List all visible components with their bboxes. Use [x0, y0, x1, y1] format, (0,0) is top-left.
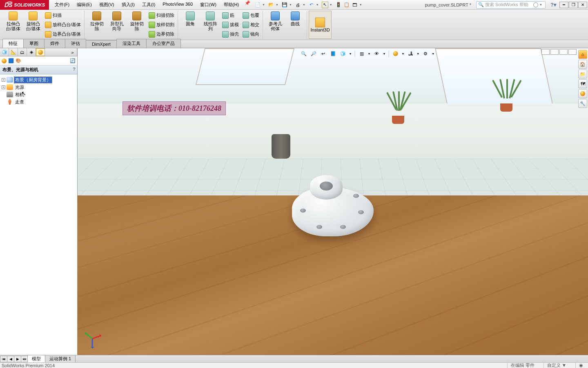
- boundary-boss-button[interactable]: 边界凸台/基体: [43, 30, 82, 39]
- bottom-tab-model[interactable]: 模型: [27, 355, 45, 363]
- open-icon[interactable]: 📂: [268, 2, 274, 8]
- fm-tab-config[interactable]: 🗂: [18, 48, 27, 56]
- fm-tab-display[interactable]: [36, 48, 45, 56]
- help-icon[interactable]: ?▾: [550, 2, 557, 8]
- linear-pattern-button[interactable]: 线性阵 列: [200, 11, 220, 39]
- options-icon[interactable]: 📋: [343, 2, 350, 8]
- close-button[interactable]: ✕: [578, 2, 587, 8]
- model-pump-cover[interactable]: [292, 171, 378, 240]
- menu-edit[interactable]: 编辑(E): [74, 0, 95, 9]
- curves-button[interactable]: 曲线: [285, 11, 305, 39]
- restore-button[interactable]: ❐: [569, 2, 578, 8]
- graphics-viewport[interactable]: 软件培训电话：010-82176248 🔍 🔎 ↩ 📘 🧊▼ ▥▼ 👁▼ ▼ 🏞…: [78, 48, 588, 355]
- vp-restore-button[interactable]: [559, 49, 568, 55]
- expand-icon[interactable]: +: [2, 78, 5, 82]
- tab-sketch[interactable]: 草图: [23, 39, 45, 48]
- instant3d-button[interactable]: Instant3D: [309, 11, 332, 39]
- menu-photoview[interactable]: PhotoView 360: [159, 0, 196, 9]
- appearance-icon[interactable]: [2, 58, 7, 63]
- fillet-button[interactable]: 圆角: [180, 11, 200, 39]
- decal-icon[interactable]: 🟦: [8, 58, 14, 63]
- menu-tools[interactable]: 工具(I): [139, 0, 158, 9]
- intersect-button[interactable]: 相交: [241, 20, 261, 29]
- expand-icon[interactable]: +: [2, 85, 5, 89]
- fm-expand-icon[interactable]: 🔄: [70, 58, 76, 63]
- scene-icon2[interactable]: 🎨: [16, 58, 21, 63]
- swept-cut-button[interactable]: 扫描切除: [147, 11, 176, 20]
- tab-evaluate[interactable]: 评估: [65, 39, 86, 48]
- orientation-triad[interactable]: [85, 325, 105, 344]
- section-view-icon[interactable]: 📘: [330, 50, 337, 57]
- new-icon[interactable]: 📄: [254, 2, 261, 8]
- tab-weldments[interactable]: 焊件: [44, 39, 65, 48]
- menu-file[interactable]: 文件(F): [51, 0, 73, 9]
- tree-scene-row[interactable]: + 布景（厨房背景）: [1, 76, 76, 83]
- fm-tab-dimxpert[interactable]: ◈: [27, 48, 36, 56]
- mirror-button[interactable]: 镜向: [241, 30, 261, 39]
- rebuild-icon[interactable]: 🚦: [335, 2, 342, 8]
- minimize-button[interactable]: ━: [559, 2, 568, 8]
- tab-first-button[interactable]: ⏮: [0, 356, 7, 362]
- hole-wizard-button[interactable]: 异型孔 向导: [107, 11, 127, 39]
- hide-show-icon[interactable]: 👁: [373, 50, 380, 57]
- tree-light-row[interactable]: + 光源: [1, 83, 76, 91]
- tab-rendertools[interactable]: 渲染工具: [116, 39, 147, 48]
- lofted-boss-button[interactable]: 放样凸台/基体: [43, 20, 82, 29]
- vp-close-button[interactable]: [568, 49, 577, 55]
- tab-features[interactable]: 特征: [2, 39, 24, 48]
- display-style-icon[interactable]: ▥: [358, 50, 365, 57]
- taskpane-custom-icon[interactable]: 🔧: [578, 99, 587, 108]
- ref-geometry-button[interactable]: 参考几 何体: [265, 11, 285, 39]
- vp-minimize-button[interactable]: [550, 49, 559, 55]
- help-search-input[interactable]: 🔍 搜索 SolidWorks 帮助 ▼: [476, 1, 546, 9]
- taskpane-resources-icon[interactable]: ⌂: [578, 50, 587, 59]
- extrude-cut-button[interactable]: 拉伸切 除: [87, 11, 107, 39]
- shell-button[interactable]: 抽壳: [220, 30, 241, 39]
- zoom-fit-icon[interactable]: 🔍: [300, 50, 307, 57]
- settings-icon[interactable]: 🗔: [352, 2, 358, 8]
- vp-cascade-button[interactable]: [541, 49, 550, 55]
- taskpane-view-palette-icon[interactable]: 🗺: [578, 79, 587, 88]
- edit-appearance-icon[interactable]: [392, 50, 399, 57]
- save-icon[interactable]: 💾: [281, 2, 288, 8]
- status-unit-icon[interactable]: ◉: [575, 363, 586, 368]
- revolve-cut-button[interactable]: 旋转切 除: [127, 11, 147, 39]
- menu-insert[interactable]: 插入(I): [118, 0, 138, 9]
- menu-help[interactable]: 帮助(H): [220, 0, 242, 9]
- apply-scene-icon[interactable]: 🏞: [407, 50, 414, 57]
- tab-office[interactable]: 办公室产品: [146, 39, 181, 48]
- fm-tab-property[interactable]: 📐: [9, 48, 18, 56]
- fm-help-icon[interactable]: ?: [73, 67, 76, 72]
- zoom-area-icon[interactable]: 🔎: [310, 50, 317, 57]
- tab-dimxpert[interactable]: DimXpert: [86, 40, 117, 48]
- extrude-boss-button[interactable]: 拉伸凸 台/基体: [3, 11, 23, 39]
- wrap-button[interactable]: 包覆: [241, 11, 261, 20]
- fm-tab-tree[interactable]: 🧊: [0, 48, 9, 56]
- menu-pin-icon[interactable]: 📌: [245, 0, 250, 9]
- prev-view-icon[interactable]: ↩: [320, 50, 327, 57]
- tab-next-button[interactable]: ▶: [14, 356, 21, 362]
- taskpane-explorer-icon[interactable]: 📁: [578, 70, 587, 79]
- status-custom[interactable]: 自定义 ▼: [543, 362, 570, 368]
- taskpane-library-icon[interactable]: 🏠: [578, 60, 587, 69]
- menu-window[interactable]: 窗口(W): [197, 0, 220, 9]
- undo-icon[interactable]: ↶: [308, 2, 315, 8]
- lofted-cut-button[interactable]: 放样切割: [147, 20, 176, 29]
- tree-walk-row[interactable]: 走查: [1, 98, 76, 105]
- tab-prev-button[interactable]: ◀: [7, 356, 14, 362]
- select-icon[interactable]: ↖: [322, 2, 328, 8]
- fm-tab-extra[interactable]: »: [68, 48, 77, 56]
- print-icon[interactable]: 🖨: [295, 2, 301, 8]
- tree-camera-row[interactable]: 相机: [1, 91, 76, 98]
- taskpane-appearance-icon[interactable]: [578, 89, 587, 98]
- boundary-cut-button[interactable]: 边界切除: [147, 30, 176, 39]
- swept-boss-button[interactable]: 扫描: [43, 11, 82, 20]
- draft-button[interactable]: 拔模: [220, 20, 241, 29]
- menu-view[interactable]: 视图(V): [96, 0, 118, 9]
- search-icon[interactable]: [533, 2, 538, 7]
- bottom-tab-motion[interactable]: 运动算例 1: [45, 355, 76, 363]
- view-settings-icon[interactable]: ⚙: [422, 50, 429, 57]
- rib-button[interactable]: 筋: [220, 11, 241, 20]
- revolve-boss-button[interactable]: 旋转凸 台/基体: [23, 11, 43, 39]
- view-orient-icon[interactable]: 🧊: [339, 50, 347, 57]
